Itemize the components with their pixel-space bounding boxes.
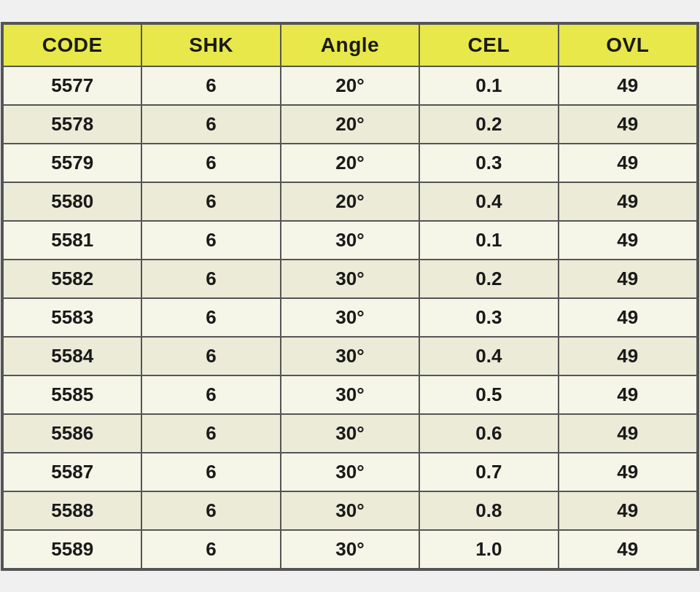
table-row: 5581630°0.149 xyxy=(3,221,697,260)
cell-ovl: 49 xyxy=(559,337,697,375)
cell-shk: 6 xyxy=(141,221,280,260)
cell-ovl: 49 xyxy=(559,260,697,298)
header-ovl: OVL xyxy=(559,24,697,66)
cell-cel: 0.6 xyxy=(419,414,558,453)
table-row: 5584630°0.449 xyxy=(3,337,697,375)
cell-code: 5578 xyxy=(3,105,141,144)
header-angle: Angle xyxy=(281,24,419,66)
cell-code: 5577 xyxy=(3,66,141,105)
cell-code: 5589 xyxy=(3,530,141,569)
cell-angle: 30° xyxy=(281,414,419,453)
cell-ovl: 49 xyxy=(559,453,697,491)
cell-code: 5580 xyxy=(3,182,141,221)
table-row: 5588630°0.849 xyxy=(3,491,697,530)
cell-shk: 6 xyxy=(141,414,280,453)
cell-shk: 6 xyxy=(141,337,280,375)
cell-ovl: 49 xyxy=(559,491,697,530)
cell-angle: 20° xyxy=(281,105,419,144)
cell-shk: 6 xyxy=(141,453,280,491)
cell-angle: 30° xyxy=(281,530,419,569)
cell-angle: 30° xyxy=(281,491,419,530)
cell-ovl: 49 xyxy=(559,375,697,414)
header-code: CODE xyxy=(3,24,141,66)
cell-shk: 6 xyxy=(141,530,280,569)
cell-cel: 0.3 xyxy=(419,144,558,182)
cell-ovl: 49 xyxy=(559,105,697,144)
cell-shk: 6 xyxy=(141,182,280,221)
cell-code: 5587 xyxy=(3,453,141,491)
table-row: 5583630°0.349 xyxy=(3,298,697,337)
cell-code: 5582 xyxy=(3,260,141,298)
cell-code: 5585 xyxy=(3,375,141,414)
cell-ovl: 49 xyxy=(559,221,697,260)
cell-shk: 6 xyxy=(141,144,280,182)
cell-shk: 6 xyxy=(141,298,280,337)
data-table: CODE SHK Angle CEL OVL 5577620°0.1495578… xyxy=(1,22,699,571)
cell-angle: 30° xyxy=(281,375,419,414)
table-row: 5580620°0.449 xyxy=(3,182,697,221)
table-header-row: CODE SHK Angle CEL OVL xyxy=(3,24,697,66)
cell-code: 5588 xyxy=(3,491,141,530)
table-row: 5579620°0.349 xyxy=(3,144,697,182)
table-row: 5577620°0.149 xyxy=(3,66,697,105)
table-row: 5582630°0.249 xyxy=(3,260,697,298)
table-row: 5586630°0.649 xyxy=(3,414,697,453)
cell-cel: 1.0 xyxy=(419,530,558,569)
cell-shk: 6 xyxy=(141,66,280,105)
cell-cel: 0.5 xyxy=(419,375,558,414)
cell-angle: 30° xyxy=(281,337,419,375)
cell-cel: 0.8 xyxy=(419,491,558,530)
cell-angle: 20° xyxy=(281,66,419,105)
cell-code: 5583 xyxy=(3,298,141,337)
cell-ovl: 49 xyxy=(559,298,697,337)
cell-shk: 6 xyxy=(141,375,280,414)
cell-shk: 6 xyxy=(141,260,280,298)
cell-angle: 30° xyxy=(281,260,419,298)
cell-code: 5581 xyxy=(3,221,141,260)
table-row: 5578620°0.249 xyxy=(3,105,697,144)
cell-ovl: 49 xyxy=(559,66,697,105)
cell-shk: 6 xyxy=(141,491,280,530)
cell-cel: 0.2 xyxy=(419,260,558,298)
cell-ovl: 49 xyxy=(559,530,697,569)
header-cel: CEL xyxy=(419,24,558,66)
cell-cel: 0.1 xyxy=(419,66,558,105)
cell-angle: 30° xyxy=(281,221,419,260)
cell-angle: 30° xyxy=(281,453,419,491)
cell-cel: 0.7 xyxy=(419,453,558,491)
cell-cel: 0.4 xyxy=(419,337,558,375)
cell-code: 5579 xyxy=(3,144,141,182)
header-shk: SHK xyxy=(141,24,280,66)
table-row: 5587630°0.749 xyxy=(3,453,697,491)
cell-angle: 20° xyxy=(281,144,419,182)
cell-shk: 6 xyxy=(141,105,280,144)
cell-cel: 0.2 xyxy=(419,105,558,144)
cell-angle: 30° xyxy=(281,298,419,337)
cell-code: 5586 xyxy=(3,414,141,453)
cell-angle: 20° xyxy=(281,182,419,221)
cell-ovl: 49 xyxy=(559,144,697,182)
cell-ovl: 49 xyxy=(559,182,697,221)
cell-ovl: 49 xyxy=(559,414,697,453)
cell-code: 5584 xyxy=(3,337,141,375)
table-row: 5589630°1.049 xyxy=(3,530,697,569)
table-row: 5585630°0.549 xyxy=(3,375,697,414)
cell-cel: 0.3 xyxy=(419,298,558,337)
cell-cel: 0.4 xyxy=(419,182,558,221)
cell-cel: 0.1 xyxy=(419,221,558,260)
